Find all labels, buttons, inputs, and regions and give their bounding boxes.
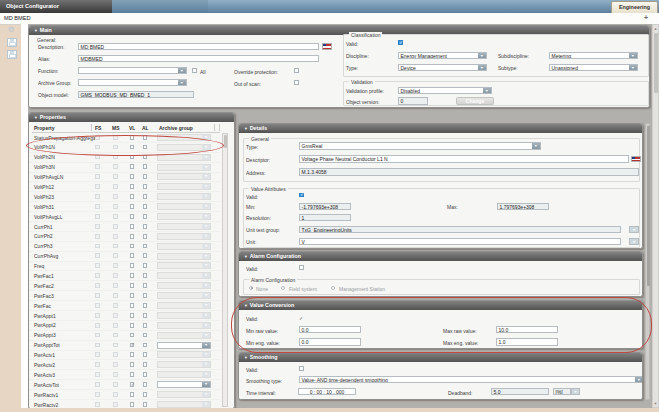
vl-checkbox[interactable] bbox=[130, 234, 135, 239]
gear-icon[interactable]: ⚙ bbox=[6, 25, 16, 34]
language-flag-icon[interactable] bbox=[632, 157, 640, 162]
ms-checkbox[interactable] bbox=[113, 382, 118, 387]
ms-checkbox[interactable] bbox=[113, 174, 118, 179]
window-scrollbar-thumb[interactable] bbox=[654, 33, 658, 93]
ms-checkbox[interactable] bbox=[113, 244, 118, 249]
archive-group-select[interactable]: ▼ bbox=[157, 292, 211, 299]
fs-checkbox[interactable] bbox=[95, 174, 100, 179]
al-checkbox[interactable] bbox=[143, 313, 148, 318]
fs-checkbox[interactable] bbox=[95, 333, 100, 338]
fs-checkbox[interactable] bbox=[95, 194, 100, 199]
fs-checkbox[interactable] bbox=[95, 244, 100, 249]
al-checkbox[interactable] bbox=[143, 352, 148, 357]
unit-text-group-dropdown[interactable]: ▼ bbox=[629, 226, 639, 234]
table-row[interactable]: PwrFac2 ▼ bbox=[29, 281, 221, 291]
archive-group-select[interactable]: ▼ bbox=[157, 302, 211, 309]
fs-checkbox[interactable] bbox=[95, 263, 100, 268]
vl-checkbox[interactable] bbox=[130, 352, 135, 357]
ms-checkbox[interactable] bbox=[113, 343, 118, 348]
al-checkbox[interactable] bbox=[143, 204, 148, 209]
al-checkbox[interactable] bbox=[143, 155, 148, 160]
archive-group-select[interactable]: ▼ bbox=[157, 262, 211, 269]
fs-checkbox[interactable] bbox=[95, 234, 100, 239]
table-row[interactable]: PwrActv3 ▼ bbox=[29, 370, 221, 380]
vl-checkbox[interactable] bbox=[130, 343, 135, 348]
vl-checkbox[interactable] bbox=[130, 333, 135, 338]
table-row[interactable]: VoltPhAvgLL ▼ bbox=[29, 212, 221, 222]
unit-dropdown[interactable]: ▼ bbox=[629, 238, 639, 246]
column-fs[interactable]: FS bbox=[95, 125, 101, 131]
archive-group-select[interactable]: ▼ bbox=[157, 312, 211, 319]
table-row[interactable]: CurrPh3 ▼ bbox=[29, 242, 221, 252]
deadband-unit-dropdown[interactable]: ▼ bbox=[571, 388, 580, 396]
min-eng-field[interactable]: 0.0 bbox=[299, 338, 361, 346]
vl-checkbox[interactable] bbox=[130, 214, 135, 219]
table-row[interactable]: PwrActv2 ▼ bbox=[29, 360, 221, 370]
al-checkbox[interactable] bbox=[143, 253, 148, 258]
vl-checkbox[interactable] bbox=[130, 184, 135, 189]
save-all-icon[interactable] bbox=[7, 50, 17, 59]
archive-group-select[interactable]: ▼ bbox=[157, 173, 211, 180]
archive-group-select[interactable]: ▼ bbox=[157, 342, 211, 349]
ms-checkbox[interactable] bbox=[113, 323, 118, 328]
vl-checkbox[interactable] bbox=[130, 273, 135, 278]
vl-checkbox[interactable] bbox=[130, 392, 135, 397]
alias-field[interactable]: MDBMED bbox=[78, 55, 319, 63]
table-row[interactable]: PwrFac3 ▼ bbox=[29, 291, 221, 301]
table-row[interactable]: VoltPh3N ▼ bbox=[29, 163, 221, 173]
fs-checkbox[interactable] bbox=[95, 402, 100, 407]
fs-checkbox[interactable] bbox=[95, 352, 100, 357]
value-attributes-valid-checkbox[interactable] bbox=[299, 193, 304, 198]
archive-group-select[interactable]: ▼ bbox=[78, 79, 187, 87]
table-row[interactable]: PwrAppt1 ▼ bbox=[29, 311, 221, 321]
archive-group-select[interactable]: ▼ bbox=[157, 391, 211, 398]
fs-checkbox[interactable] bbox=[95, 323, 100, 328]
fs-checkbox[interactable] bbox=[95, 204, 100, 209]
function-all-checkbox[interactable] bbox=[192, 68, 197, 73]
vl-checkbox[interactable] bbox=[130, 313, 135, 318]
ms-checkbox[interactable] bbox=[113, 234, 118, 239]
ms-checkbox[interactable] bbox=[113, 392, 118, 397]
al-checkbox[interactable] bbox=[143, 303, 148, 308]
vl-checkbox[interactable] bbox=[130, 382, 135, 387]
ms-checkbox[interactable] bbox=[113, 204, 118, 209]
al-checkbox[interactable] bbox=[143, 273, 148, 278]
table-row[interactable]: CurrPhAvg ▼ bbox=[29, 252, 221, 262]
details-panel-header[interactable]: ▼Details bbox=[239, 124, 642, 133]
fs-checkbox[interactable] bbox=[95, 372, 100, 377]
vl-checkbox[interactable] bbox=[130, 244, 135, 249]
fs-checkbox[interactable] bbox=[95, 253, 100, 258]
vl-checkbox[interactable] bbox=[130, 303, 135, 308]
classification-valid-checkbox[interactable] bbox=[398, 40, 403, 45]
vl-checkbox[interactable] bbox=[130, 323, 135, 328]
archive-group-select[interactable]: ▼ bbox=[157, 332, 211, 339]
table-row[interactable]: VoltPh1N ▼ bbox=[29, 143, 221, 153]
vl-checkbox[interactable] bbox=[130, 362, 135, 367]
ms-checkbox[interactable] bbox=[113, 155, 118, 160]
table-row[interactable]: PwrRactv1 ▼ bbox=[29, 390, 221, 400]
table-row[interactable]: PwrAppt3 ▼ bbox=[29, 331, 221, 341]
fs-checkbox[interactable] bbox=[95, 362, 100, 367]
details-scrollbar[interactable] bbox=[645, 123, 650, 400]
function-select[interactable]: ▼ bbox=[78, 67, 187, 75]
archive-group-select[interactable]: ▼ bbox=[157, 213, 211, 220]
subdiscipline-select[interactable]: Metering▼ bbox=[549, 52, 638, 60]
unit-field[interactable]: V bbox=[299, 238, 621, 246]
al-checkbox[interactable] bbox=[143, 164, 148, 169]
archive-group-select[interactable]: ▼ bbox=[157, 401, 211, 408]
vl-checkbox[interactable] bbox=[130, 204, 135, 209]
ms-checkbox[interactable] bbox=[113, 224, 118, 229]
alarm-valid-checkbox[interactable] bbox=[299, 265, 304, 270]
fs-checkbox[interactable] bbox=[95, 283, 100, 288]
ms-checkbox[interactable] bbox=[113, 145, 118, 150]
ms-checkbox[interactable] bbox=[113, 362, 118, 367]
fs-checkbox[interactable] bbox=[95, 184, 100, 189]
ms-checkbox[interactable] bbox=[113, 164, 118, 169]
vl-checkbox[interactable] bbox=[130, 174, 135, 179]
ms-checkbox[interactable] bbox=[113, 263, 118, 268]
change-button[interactable]: Change bbox=[456, 97, 494, 105]
al-checkbox[interactable] bbox=[143, 184, 148, 189]
vl-checkbox[interactable] bbox=[130, 194, 135, 199]
fs-checkbox[interactable] bbox=[95, 343, 100, 348]
al-checkbox[interactable] bbox=[143, 392, 148, 397]
